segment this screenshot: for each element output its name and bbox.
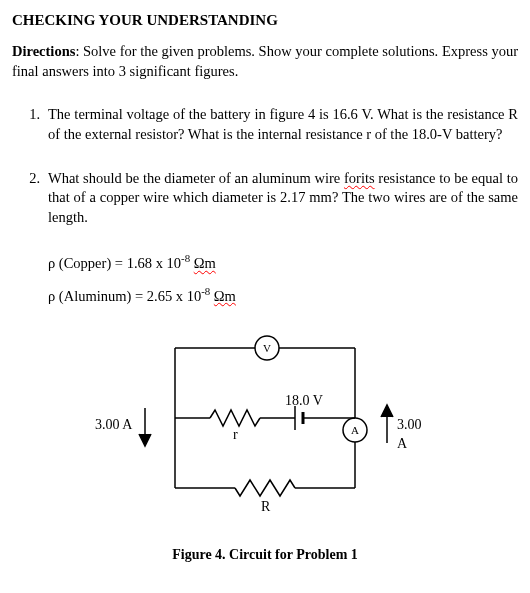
right-current-label: 3.00 A: [397, 416, 422, 454]
unit-ohm-m: Ωm: [194, 255, 216, 271]
left-current-label: 3.00 A: [95, 416, 132, 435]
circuit-figure: V A 3.00 A 3.00 A 18.0 V r R: [115, 328, 415, 528]
problem-number: 2.: [12, 169, 48, 228]
voltmeter-symbol: V: [263, 342, 271, 354]
problem-text: What should be the diameter of an alumin…: [48, 169, 518, 228]
problem-number: 1.: [12, 105, 48, 144]
directions: Directions: Solve for the given problems…: [12, 42, 518, 81]
rho-copper-pre: ρ (Copper) = 1.68 x 10: [48, 255, 181, 271]
section-title: CHECKING YOUR UNDERSTANDING: [12, 10, 518, 30]
problem-text: The terminal voltage of the battery in f…: [48, 105, 518, 144]
rho-copper-exp: -8: [181, 252, 190, 264]
internal-resistance-label: r: [233, 426, 238, 445]
problem-2-pre: What should be the diameter of an alumin…: [48, 170, 344, 186]
rho-copper: ρ (Copper) = 1.68 x 10-8 Ωm: [48, 251, 518, 273]
emf-label: 18.0 V: [285, 392, 323, 411]
spelling-error: forits: [344, 170, 375, 186]
problem-2: 2. What should be the diameter of an alu…: [12, 169, 518, 228]
rho-aluminum: ρ (Aluminum) = 2.65 x 10-8 Ωm: [48, 284, 518, 306]
rho-alum-pre: ρ (Aluminum) = 2.65 x 10: [48, 287, 201, 303]
ammeter-symbol: A: [351, 424, 359, 436]
directions-label: Directions: [12, 43, 75, 59]
problem-1: 1. The terminal voltage of the battery i…: [12, 105, 518, 144]
rho-alum-exp: -8: [201, 285, 210, 297]
external-resistor-label: R: [261, 498, 270, 517]
unit-ohm-m: Ωm: [214, 287, 236, 303]
directions-text: : Solve for the given problems. Show you…: [12, 43, 518, 79]
figure-caption: Figure 4. Circuit for Problem 1: [12, 546, 518, 565]
